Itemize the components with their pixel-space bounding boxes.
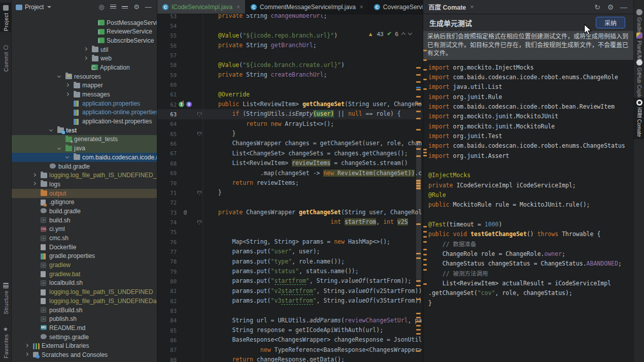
warning-stripe-mark[interactable] xyxy=(416,67,421,69)
warning-stripe-mark[interactable] xyxy=(416,96,421,97)
prev-issue-icon[interactable] xyxy=(401,32,405,37)
fold-marker-icon[interactable] xyxy=(197,112,201,116)
tree-collapse-arrow-icon[interactable] xyxy=(57,146,61,150)
tree-collapse-arrow-icon[interactable] xyxy=(57,74,61,78)
tree-item[interactable]: PostMessageService xyxy=(12,18,157,27)
tree-item[interactable]: gradlew.bat xyxy=(12,270,157,279)
chevron-down-icon[interactable] xyxy=(47,6,51,8)
tree-item[interactable]: mapper xyxy=(12,81,157,90)
tab-close-icon[interactable]: × xyxy=(360,4,363,11)
tree-item[interactable]: localbuild.sh xyxy=(12,279,157,288)
tree-item[interactable]: test xyxy=(12,126,157,135)
warning-stripe-mark[interactable] xyxy=(416,118,421,119)
warning-stripe-mark[interactable] xyxy=(416,350,421,352)
fold-marker-icon[interactable] xyxy=(197,191,201,195)
tree-item[interactable]: resources xyxy=(12,72,157,81)
tree-expand-arrow-icon[interactable] xyxy=(84,56,87,60)
tree-item[interactable]: Application xyxy=(12,63,157,72)
editor-body[interactable]: 53 private String changeNumberUrl;5455 @… xyxy=(157,14,423,362)
warning-stripe-mark[interactable] xyxy=(416,325,421,326)
toolwindow-button-favorites[interactable]: ★Favorites xyxy=(0,324,12,357)
tree-item[interactable]: output xyxy=(12,189,157,198)
comate-gutter-icon[interactable] xyxy=(186,102,192,107)
accept-button[interactable]: 采纳 xyxy=(596,17,625,28)
tree-expand-arrow-icon[interactable] xyxy=(25,352,28,356)
refresh-icon[interactable]: ↻ xyxy=(593,3,602,11)
tree-item[interactable]: ci.yml xyxy=(12,225,157,234)
tree-expand-arrow-icon[interactable] xyxy=(25,344,28,347)
locate-file-icon[interactable]: ◎ xyxy=(97,0,106,14)
tree-item[interactable]: generated_tests xyxy=(12,135,157,144)
editor-tab[interactable]: ICodeServiceImpl.java× xyxy=(157,0,246,14)
tree-item[interactable]: build.gradle xyxy=(12,207,157,216)
warning-stripe-mark[interactable] xyxy=(416,299,421,300)
tree-item[interactable]: logging.log_file_path_IS_UNDEFINED_his xyxy=(12,171,157,180)
tree-item[interactable]: SubscribeService xyxy=(12,36,157,45)
editor-error-stripe[interactable] xyxy=(415,28,423,362)
fold-marker-icon[interactable] xyxy=(197,132,201,136)
toolwindow-button-structure[interactable]: Structure xyxy=(0,280,12,314)
toolwindow-button-project[interactable]: Project xyxy=(0,3,12,32)
tree-item[interactable]: logging.log_file_path_IS_UNDEFINED xyxy=(12,288,157,297)
tree-item[interactable]: gradlew xyxy=(12,261,157,270)
settings-gear-icon[interactable]: ⚙ xyxy=(606,3,615,11)
warning-stripe-mark[interactable] xyxy=(416,74,421,76)
tree-item[interactable]: Scratches and Consoles xyxy=(12,350,157,359)
tree-item[interactable]: logs xyxy=(12,180,157,189)
warning-stripe-mark[interactable] xyxy=(416,103,421,105)
expand-all-icon[interactable] xyxy=(109,0,118,14)
tree-item[interactable]: .gitignore xyxy=(12,198,157,207)
hide-panel-icon[interactable]: — xyxy=(144,0,153,14)
tree-collapse-arrow-icon[interactable] xyxy=(49,128,53,131)
warning-stripe-mark[interactable] xyxy=(416,321,421,322)
fold-marker-icon[interactable] xyxy=(197,220,201,224)
collapse-all-icon[interactable] xyxy=(120,0,129,14)
tree-item[interactable]: External Libraries xyxy=(12,342,157,351)
warning-stripe-mark[interactable] xyxy=(416,333,421,335)
warning-stripe-mark[interactable] xyxy=(416,285,421,286)
warning-stripe-mark[interactable] xyxy=(416,317,421,318)
close-icon[interactable]: × xyxy=(470,3,474,11)
inspections-widget[interactable]: ▲ 43 ✔ 6 xyxy=(368,30,412,37)
toolwindow-button-comate[interactable]: 百度 Comate xyxy=(634,97,644,139)
scrollbar-thumb[interactable] xyxy=(416,141,421,283)
tree-item[interactable]: Dockerfile xyxy=(12,243,157,252)
tree-collapse-arrow-icon[interactable] xyxy=(65,155,69,158)
toolwindow-button-commit[interactable]: Commit xyxy=(0,43,12,74)
tree-item[interactable]: messages xyxy=(12,90,157,100)
settings-gear-icon[interactable]: ⚙ xyxy=(132,0,141,14)
warning-stripe-mark[interactable] xyxy=(416,89,421,90)
tree-item[interactable]: application-test.properties xyxy=(12,117,157,126)
tree-item[interactable]: settings.gradle xyxy=(12,333,157,342)
tree-expand-arrow-icon[interactable] xyxy=(65,92,69,95)
tab-close-icon[interactable]: × xyxy=(236,4,240,11)
warning-stripe-mark[interactable] xyxy=(416,111,421,112)
toolwindow-button-copilot[interactable]: GitHub Copilot xyxy=(634,57,644,103)
tree-item[interactable]: README.md xyxy=(12,323,157,333)
project-panel-title[interactable]: Project xyxy=(25,4,44,11)
tree-item[interactable]: util xyxy=(12,45,157,54)
tree-expand-arrow-icon[interactable] xyxy=(32,182,36,185)
hide-panel-icon[interactable]: — xyxy=(619,3,628,11)
warning-stripe-mark[interactable] xyxy=(416,129,421,130)
tree-item[interactable]: application.properties xyxy=(12,99,157,108)
tree-item[interactable]: build.sh xyxy=(12,216,157,225)
project-tree[interactable]: PostMessageServiceReviewerServiceSubscri… xyxy=(12,14,157,362)
tree-expand-arrow-icon[interactable] xyxy=(84,47,87,51)
info-stripe-mark[interactable] xyxy=(416,87,421,88)
next-issue-icon[interactable] xyxy=(408,31,412,35)
tree-item[interactable]: java xyxy=(12,144,157,153)
editor-tab[interactable]: CommentMessageServiceImpl.java× xyxy=(246,0,369,14)
tree-expand-arrow-icon[interactable] xyxy=(65,83,69,87)
tree-item[interactable]: logging.log_file_path_IS_UNDEFINEDaccess… xyxy=(12,297,157,306)
tree-item[interactable]: postBuild.sh xyxy=(12,306,157,315)
tree-expand-arrow-icon[interactable] xyxy=(32,173,36,177)
editor-area[interactable]: ICodeServiceImpl.java×CommentMessageServ… xyxy=(157,0,423,362)
tree-item[interactable]: com.baidu.codescan.icode.robot.s xyxy=(12,153,157,162)
warning-stripe-mark[interactable] xyxy=(416,329,421,331)
tree-item[interactable]: gradle.properties xyxy=(12,252,157,261)
tree-item[interactable]: application-online.properties xyxy=(12,108,157,117)
tree-item[interactable]: publish.sh xyxy=(12,315,157,324)
warning-stripe-mark[interactable] xyxy=(416,313,421,314)
tree-item[interactable]: build.gradle xyxy=(12,162,157,171)
